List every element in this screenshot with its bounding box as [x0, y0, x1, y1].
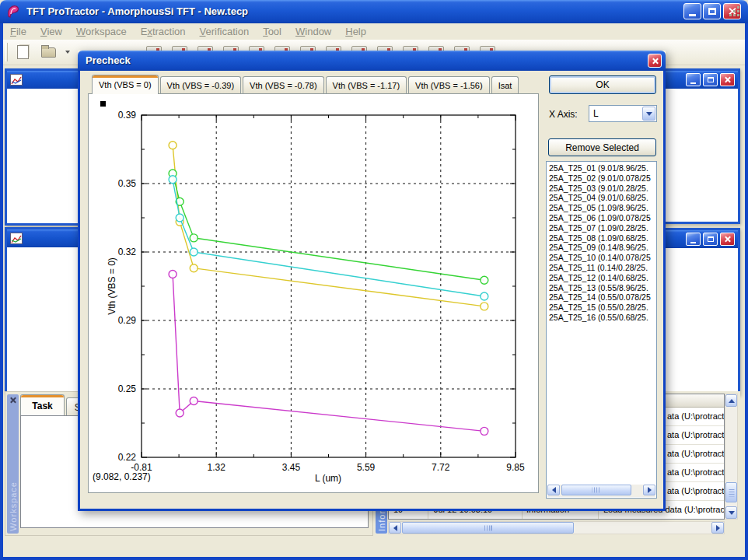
scrollbar-thumb[interactable]: [725, 482, 737, 502]
device-list-item[interactable]: 25A_T25_10 (0.14/0.078/25: [547, 253, 656, 263]
scroll-left-button[interactable]: [547, 485, 560, 495]
device-list-item[interactable]: 25A_T25_08 (1.09/0.68/25.: [547, 233, 656, 243]
remove-selected-button[interactable]: Remove Selected: [548, 138, 656, 156]
series-cyan-line: [173, 180, 484, 296]
legend-marker: [100, 101, 106, 107]
close-button[interactable]: [720, 233, 735, 246]
series-cyan-point[interactable]: [169, 176, 177, 184]
scrollbar-thumb[interactable]: [561, 485, 631, 495]
dialog-tab-4[interactable]: Vth (VBS = -1.17): [326, 76, 407, 93]
scroll-right-button[interactable]: [643, 485, 655, 495]
minimize-button[interactable]: [686, 233, 701, 246]
device-list-item[interactable]: 25A_T25_12 (0.14/0.68/25.: [547, 273, 656, 283]
menu-workspace[interactable]: Workspace: [69, 24, 134, 39]
series-magenta-point[interactable]: [169, 270, 177, 278]
x-axis-field-label: X Axis:: [549, 109, 578, 120]
device-list-item[interactable]: 25A_T25_03 (9.01/0.28/25.: [547, 184, 656, 194]
device-list-item[interactable]: 25A_T25_09 (0.14/8.96/25.: [547, 243, 656, 253]
scroll-left-button[interactable]: [389, 522, 401, 534]
series-magenta-point[interactable]: [190, 397, 197, 405]
device-list-item[interactable]: 25A_T25_07 (1.09/0.28/25.: [547, 223, 656, 233]
series-cyan-point[interactable]: [176, 214, 184, 222]
arrow-down-icon: [729, 511, 735, 515]
x-axis-select[interactable]: L: [589, 105, 657, 122]
device-list-item[interactable]: 25A_T25_14 (0.55/0.078/25: [547, 292, 656, 303]
series-yellow-point[interactable]: [190, 264, 197, 272]
series-cyan-point[interactable]: [190, 248, 197, 256]
new-document-glyph: [17, 45, 29, 59]
scroll-up-button[interactable]: [725, 394, 737, 407]
close-icon: [724, 76, 731, 83]
chart-pane: -0.811.323.455.597.729.850.390.350.320.2…: [88, 93, 539, 493]
maximize-button[interactable]: [703, 3, 721, 19]
precheck-dialog: Precheck Vth (VBS = 0)Vth (VBS = -0.39)V…: [78, 51, 666, 511]
scroll-down-button[interactable]: [725, 506, 737, 519]
series-yellow-point[interactable]: [481, 303, 488, 310]
menu-extraction[interactable]: Extraction: [134, 24, 193, 39]
device-list-item[interactable]: 25A_T25_11 (0.14/0.28/25.: [547, 263, 656, 273]
minimize-icon: [690, 82, 696, 84]
ok-button[interactable]: OK: [549, 75, 656, 94]
menu-view[interactable]: View: [33, 24, 69, 39]
dialog-tab-3[interactable]: Vth (VBS = -0.78): [243, 76, 324, 93]
close-icon[interactable]: [9, 397, 16, 404]
series-yellow-point[interactable]: [169, 142, 177, 149]
device-list-item[interactable]: 25A_T25_02 (9.01/0.078/25: [547, 173, 656, 184]
device-listbox[interactable]: 25A_T25_01 (9.01/8.96/25.25A_T25_02 (9.0…: [546, 161, 657, 499]
dialog-tab-1[interactable]: Vth (VBS = 0): [92, 75, 159, 94]
series-green-point[interactable]: [481, 276, 488, 284]
series-magenta-point[interactable]: [176, 409, 184, 417]
series-magenta-point[interactable]: [481, 427, 488, 435]
open-dropdown-icon[interactable]: [64, 42, 72, 62]
x-axis-selected-value: L: [593, 108, 599, 119]
maximize-icon: [708, 236, 714, 242]
app-window: TFT ProTractor - AmorphousSi TFT - New.t…: [0, 0, 748, 20]
dialog-tab-2[interactable]: Vth (VBS = -0.39): [160, 76, 242, 93]
device-list-item[interactable]: 25A_T25_16 (0.55/0.68/25.: [547, 313, 656, 323]
minimize-button[interactable]: [686, 73, 701, 86]
menu-bar: FileViewWorkspaceExtractionVerificationT…: [3, 23, 745, 40]
device-list-item[interactable]: 25A_T25_13 (0.55/8.96/25.: [547, 283, 656, 293]
log-message: ata (U:\protracto: [667, 430, 725, 439]
scroll-right-button[interactable]: [711, 522, 724, 534]
chart-icon: [10, 74, 23, 86]
device-list-item[interactable]: 25A_T25_05 (1.09/8.96/25.: [547, 203, 656, 213]
dialog-titlebar[interactable]: Precheck: [78, 51, 666, 71]
list-horizontal-scrollbar[interactable]: [547, 485, 655, 497]
menu-help[interactable]: Help: [338, 24, 373, 39]
app-title: TFT ProTractor - AmorphousSi TFT - New.t…: [26, 5, 248, 17]
new-document-icon[interactable]: [12, 42, 33, 62]
menu-window[interactable]: Window: [288, 24, 338, 39]
menu-tool[interactable]: Tool: [256, 24, 288, 39]
app-logo-icon: [5, 3, 23, 20]
combo-dropdown-button[interactable]: [642, 107, 655, 121]
log-vertical-scrollbar[interactable]: [725, 394, 738, 520]
arrow-right-icon: [716, 525, 720, 531]
minimize-button[interactable]: [683, 3, 701, 19]
thumb-grip: [729, 488, 734, 497]
y-axis-label: Vth (VBS = 0): [107, 257, 117, 315]
series-green-point[interactable]: [190, 234, 197, 242]
maximize-button[interactable]: [703, 73, 718, 86]
device-list-item[interactable]: 25A_T25_01 (9.01/8.96/25.: [547, 163, 656, 173]
x-axis-label: L (um): [315, 473, 341, 484]
workspace-caption-strip: Workspace: [7, 394, 19, 534]
log-horizontal-scrollbar[interactable]: [388, 521, 725, 534]
dialog-tab-5[interactable]: Vth (VBS = -1.56): [408, 76, 490, 93]
device-list-item[interactable]: 25A_T25_04 (9.01/0.68/25.: [547, 193, 656, 203]
svg-text:0.39: 0.39: [118, 110, 137, 121]
dialog-close-button[interactable]: [648, 54, 662, 68]
menu-file[interactable]: File: [3, 24, 33, 39]
dialog-tab-6[interactable]: Isat: [491, 76, 519, 93]
tab-task[interactable]: Task: [20, 394, 65, 416]
device-list-item[interactable]: 25A_T25_15 (0.55/0.28/25.: [547, 303, 656, 313]
maximize-button[interactable]: [703, 233, 718, 246]
resize-grip[interactable]: [729, 8, 740, 19]
minimize-icon: [690, 242, 696, 243]
close-button[interactable]: [720, 73, 735, 86]
device-list-item[interactable]: 25A_T25_06 (1.09/0.078/25: [547, 213, 656, 223]
series-cyan-point[interactable]: [481, 292, 488, 300]
open-folder-icon[interactable]: [38, 42, 58, 62]
scrollbar-thumb[interactable]: [402, 522, 574, 534]
menu-verification[interactable]: Verification: [193, 24, 257, 39]
